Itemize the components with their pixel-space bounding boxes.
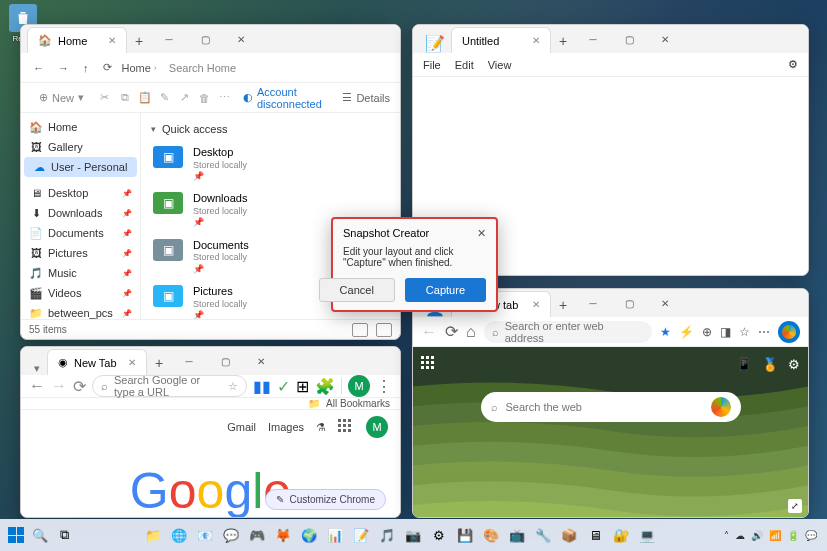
- nav-pictures[interactable]: 🖼Pictures📌: [21, 243, 140, 263]
- close-tab-icon[interactable]: ✕: [108, 35, 116, 46]
- nav-user-personal[interactable]: ☁User - Personal: [24, 157, 137, 177]
- menu-edit[interactable]: Edit: [455, 59, 474, 71]
- breadcrumb[interactable]: Home ›: [122, 62, 157, 74]
- more-icon[interactable]: ⋯: [217, 89, 231, 107]
- menu-icon[interactable]: ⋯: [758, 325, 770, 339]
- labs-icon[interactable]: ⚗: [316, 421, 326, 434]
- taskbar-app[interactable]: 💻: [635, 523, 659, 547]
- maximize-button[interactable]: ▢: [611, 25, 647, 53]
- taskbar-app[interactable]: 💬: [219, 523, 243, 547]
- minimize-button[interactable]: ─: [575, 25, 611, 53]
- taskbar-app[interactable]: 📷: [401, 523, 425, 547]
- back-button[interactable]: ←: [421, 323, 437, 341]
- taskbar[interactable]: 🔍 ⧉ 📁 🌐 📧 💬 🎮 🦊 🌍 📊 📝 🎵 📷 ⚙ 💾 🎨 📺 🔧 📦 🖥 …: [0, 519, 827, 551]
- taskbar-app[interactable]: 📦: [557, 523, 581, 547]
- profile-avatar[interactable]: M: [348, 375, 370, 397]
- paste-icon[interactable]: 📋: [138, 89, 152, 107]
- new-tab-button[interactable]: +: [551, 293, 575, 317]
- nav-music[interactable]: 🎵Music📌: [21, 263, 140, 283]
- thumbnails-view-button[interactable]: [376, 323, 392, 337]
- menu-file[interactable]: File: [423, 59, 441, 71]
- menu-view[interactable]: View: [488, 59, 512, 71]
- minimize-button[interactable]: ─: [575, 289, 611, 317]
- forward-button[interactable]: →: [54, 60, 73, 76]
- back-button[interactable]: ←: [29, 60, 48, 76]
- close-button[interactable]: ✕: [647, 289, 683, 317]
- capture-button[interactable]: Capture: [405, 278, 486, 302]
- new-button[interactable]: ⊕ New ▾: [31, 88, 92, 107]
- customize-chrome-button[interactable]: ✎ Customize Chrome: [265, 489, 386, 510]
- tray-chevron-icon[interactable]: ˄: [724, 530, 729, 541]
- tab-search-icon[interactable]: ▾: [27, 362, 47, 375]
- battery-icon[interactable]: 🔋: [787, 530, 799, 541]
- close-tab-icon[interactable]: ✕: [532, 299, 540, 310]
- maximize-button[interactable]: ▢: [187, 25, 223, 53]
- taskbar-app[interactable]: 📊: [323, 523, 347, 547]
- split-icon[interactable]: ◨: [720, 325, 731, 339]
- close-tab-icon[interactable]: ✕: [128, 357, 136, 368]
- images-link[interactable]: Images: [268, 421, 304, 433]
- extension-icon[interactable]: ⚡: [679, 325, 694, 339]
- copilot-badge[interactable]: [711, 397, 731, 417]
- favorite-icon[interactable]: ★: [660, 325, 671, 339]
- breadcrumb-home[interactable]: Home: [122, 62, 151, 74]
- taskbar-app[interactable]: 🌍: [297, 523, 321, 547]
- maximize-button[interactable]: ▢: [207, 347, 243, 375]
- wifi-icon[interactable]: 📶: [769, 530, 781, 541]
- share-icon[interactable]: ↗: [178, 89, 192, 107]
- taskbar-app[interactable]: 🎮: [245, 523, 269, 547]
- menu-icon[interactable]: ⋮: [376, 377, 392, 396]
- taskbar-app[interactable]: ⚙: [427, 523, 451, 547]
- taskbar-app[interactable]: 📺: [505, 523, 529, 547]
- nav-downloads[interactable]: ⬇Downloads📌: [21, 203, 140, 223]
- start-button[interactable]: [4, 523, 28, 547]
- taskbar-app[interactable]: 🎵: [375, 523, 399, 547]
- account-avatar[interactable]: M: [366, 416, 388, 438]
- taskbar-app[interactable]: 💾: [453, 523, 477, 547]
- edge-window[interactable]: 👤 ▣ New tab ✕ + ─ ▢ ✕ ← ⟳ ⌂ ⌕ Search or …: [412, 288, 809, 518]
- taskbar-app[interactable]: 🦊: [271, 523, 295, 547]
- cut-icon[interactable]: ✂: [98, 89, 112, 107]
- up-button[interactable]: ↑: [79, 60, 93, 76]
- copy-icon[interactable]: ⧉: [118, 89, 132, 107]
- cancel-button[interactable]: Cancel: [319, 278, 395, 302]
- nav-videos[interactable]: 🎬Videos📌: [21, 283, 140, 303]
- back-button[interactable]: ←: [29, 377, 45, 395]
- apps-icon[interactable]: [338, 419, 354, 435]
- settings-icon[interactable]: ⚙: [788, 357, 800, 372]
- nav-documents[interactable]: 📄Documents📌: [21, 223, 140, 243]
- minimize-button[interactable]: ─: [171, 347, 207, 375]
- dialog-close-button[interactable]: ✕: [477, 227, 486, 240]
- notification-icon[interactable]: 💬: [805, 530, 817, 541]
- extensions-icon[interactable]: 🧩: [315, 377, 335, 396]
- tray-icon[interactable]: 🔊: [751, 530, 763, 541]
- taskbar-app[interactable]: 🖥: [583, 523, 607, 547]
- extension-icon-1[interactable]: ✓: [277, 377, 290, 396]
- collections-icon[interactable]: ⊕: [702, 325, 712, 339]
- extension-icon-2[interactable]: ⊞: [296, 377, 309, 396]
- mobile-icon[interactable]: 📱: [736, 357, 752, 372]
- quick-access-header[interactable]: ▾Quick access: [151, 119, 390, 141]
- taskbar-app[interactable]: 📧: [193, 523, 217, 547]
- delete-icon[interactable]: 🗑: [197, 89, 211, 107]
- taskbar-app[interactable]: 🔧: [531, 523, 555, 547]
- copilot-icon[interactable]: [778, 321, 800, 343]
- tray-icon[interactable]: ☁: [735, 530, 745, 541]
- minimize-button[interactable]: ─: [151, 25, 187, 53]
- taskbar-app[interactable]: 🔐: [609, 523, 633, 547]
- settings-icon[interactable]: ⚙: [788, 58, 798, 71]
- taskbar-app[interactable]: 📁: [141, 523, 165, 547]
- nav-home[interactable]: 🏠Home: [21, 117, 140, 137]
- new-tab-button[interactable]: +: [147, 351, 171, 375]
- rewards-icon[interactable]: 🏅: [762, 357, 778, 372]
- nav-between-pcs[interactable]: 📁between_pcs📌: [21, 303, 140, 319]
- star-icon[interactable]: ☆: [228, 380, 238, 393]
- close-button[interactable]: ✕: [243, 347, 279, 375]
- details-toggle[interactable]: ☰ Details: [342, 91, 390, 104]
- chrome-window[interactable]: ▾ ◉ New Tab ✕ + ─ ▢ ✕ ← → ⟳ ⌕ Search Goo…: [20, 346, 401, 518]
- gmail-link[interactable]: Gmail: [227, 421, 256, 433]
- edge-search-box[interactable]: ⌕ Search the web: [481, 392, 741, 422]
- maximize-button[interactable]: ▢: [611, 289, 647, 317]
- reload-button[interactable]: ⟳: [445, 322, 458, 341]
- taskbar-app[interactable]: 📝: [349, 523, 373, 547]
